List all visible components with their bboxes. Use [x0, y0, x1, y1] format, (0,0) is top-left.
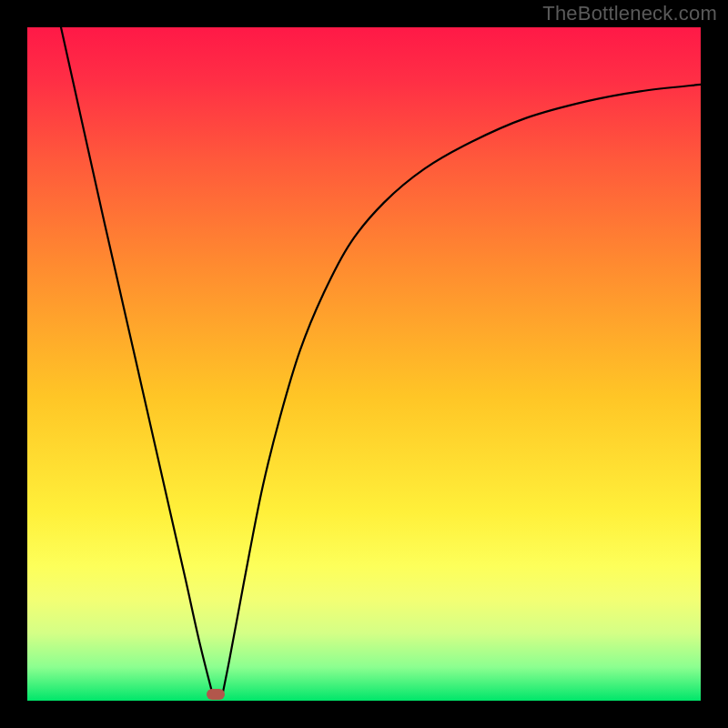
plot-area — [27, 27, 701, 701]
chart-frame: TheBottleneck.com — [0, 0, 728, 728]
curve-lines — [27, 27, 701, 701]
watermark-text: TheBottleneck.com — [542, 2, 717, 25]
left-descent-line — [61, 27, 213, 694]
minimum-marker — [207, 689, 225, 700]
right-ascent-line — [223, 85, 701, 694]
